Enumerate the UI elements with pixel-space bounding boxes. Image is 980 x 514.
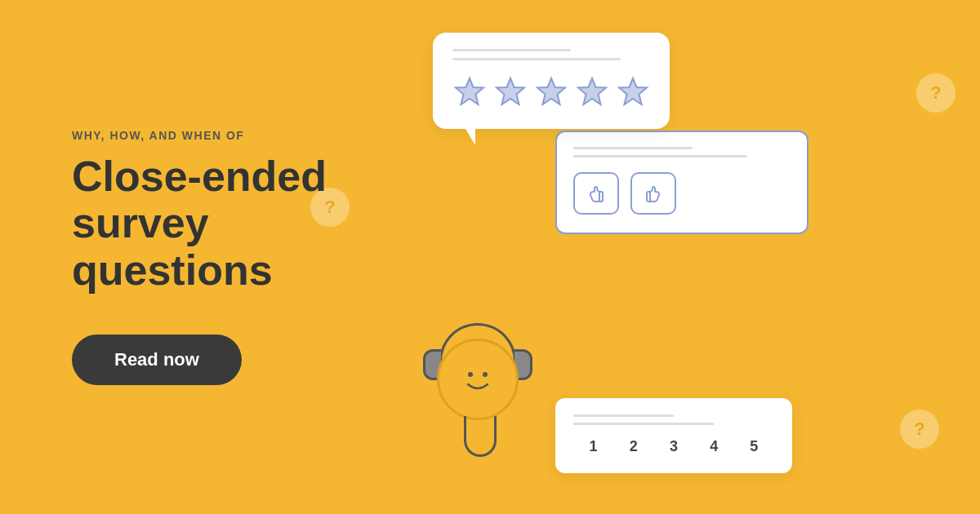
svg-marker-4 <box>619 78 647 104</box>
star-1 <box>452 75 487 109</box>
card-line-short <box>452 49 571 51</box>
headphone-cord <box>464 416 497 457</box>
star-4 <box>575 75 609 109</box>
rating-card-lines <box>452 49 650 60</box>
stars-row <box>452 75 650 109</box>
rating-card <box>433 33 670 129</box>
svg-marker-0 <box>456 78 483 104</box>
star-3 <box>534 75 568 109</box>
svg-marker-3 <box>578 78 606 104</box>
scale-num-2: 2 <box>630 438 638 455</box>
thumbs-card-lines <box>573 147 791 157</box>
card-line-long <box>452 58 621 60</box>
scale-line-1 <box>573 414 674 417</box>
page-container: WHY, HOW, AND WHEN OF Close-ended survey… <box>0 0 980 514</box>
scale-line-2 <box>573 423 714 425</box>
smiley-face <box>437 339 519 420</box>
right-content: 1 2 3 4 5 <box>392 0 980 514</box>
smiley-container <box>425 326 531 432</box>
thumbs-line-1 <box>573 147 693 149</box>
svg-point-6 <box>483 372 488 377</box>
read-now-button[interactable]: Read now <box>72 335 242 385</box>
thumbs-up-box[interactable] <box>630 172 676 215</box>
subtitle: WHY, HOW, AND WHEN OF <box>72 129 392 142</box>
thumbs-line-2 <box>573 155 747 157</box>
thumbs-down-icon <box>585 182 608 205</box>
scale-num-3: 3 <box>670 438 678 455</box>
svg-point-5 <box>468 372 473 377</box>
scale-card: 1 2 3 4 5 <box>555 398 792 473</box>
title: Close-ended survey questions <box>72 153 392 294</box>
left-content: WHY, HOW, AND WHEN OF Close-ended survey… <box>0 129 392 385</box>
thumbs-card <box>555 131 808 234</box>
scale-num-5: 5 <box>750 438 758 455</box>
scale-num-4: 4 <box>710 438 718 455</box>
scale-numbers: 1 2 3 4 5 <box>573 438 774 455</box>
thumbs-down-box[interactable] <box>573 172 619 215</box>
title-line1: Close-ended <box>72 153 327 200</box>
scale-num-1: 1 <box>590 438 598 455</box>
svg-marker-1 <box>497 78 524 104</box>
title-line2: survey questions <box>72 199 273 293</box>
star-2 <box>493 75 528 109</box>
smiley-svg <box>453 355 502 404</box>
svg-marker-2 <box>537 78 565 104</box>
scale-card-lines <box>573 414 774 425</box>
thumbs-row <box>573 172 791 215</box>
star-5 <box>616 75 650 109</box>
thumbs-up-icon <box>642 182 665 205</box>
